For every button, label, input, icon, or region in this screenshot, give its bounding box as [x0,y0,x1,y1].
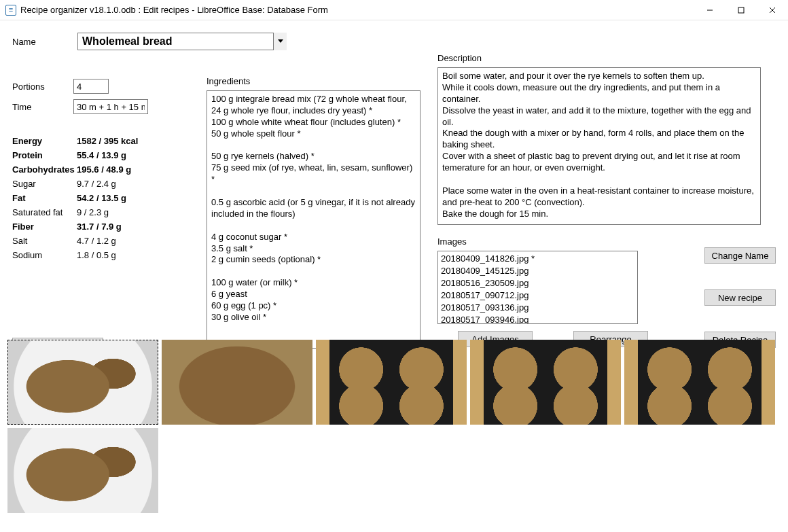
description-textarea[interactable] [437,67,761,225]
nutrition-label: Salt [12,234,77,247]
image-thumbnail[interactable] [624,340,775,425]
title-bar: ≡ Recipe organizer v18.1.0.odb : Edit re… [0,0,788,20]
nutrition-label: Saturated fat [12,206,77,219]
image-thumbnail[interactable] [7,428,158,513]
nutrition-row: Salt4.7 / 1.2 g [12,234,196,247]
nutrition-value: 31.7 / 7.9 g [77,220,122,233]
image-file-item[interactable]: 20180409_141826.jpg * [441,253,634,265]
nutrition-value: 9 / 2.3 g [77,206,109,219]
nutrition-row: Sodium1.8 / 0.5 g [12,249,196,262]
image-thumbnail[interactable] [7,340,158,425]
nutrition-value: 9.7 / 2.4 g [77,177,116,190]
nutrition-row: Fiber31.7 / 7.9 g [12,220,196,233]
nutrition-row: Protein55.4 / 13.9 g [12,149,196,162]
image-file-item[interactable]: 20180516_230509.jpg [441,277,634,289]
time-input[interactable] [73,99,148,114]
image-thumbnails [7,340,778,516]
minimize-button[interactable] [694,0,726,20]
recipe-name-select[interactable] [77,33,287,50]
nutrition-value: 1.8 / 0.5 g [77,249,116,262]
images-label: Images [437,236,776,247]
nutrition-label: Protein [12,149,77,162]
svg-rect-1 [738,7,744,13]
nutrition-row: Energy1582 / 395 kcal [12,135,196,147]
change-name-button[interactable]: Change Name [704,247,776,264]
nutrition-row: Fat54.2 / 13.5 g [12,192,196,205]
nutrition-row: Sugar9.7 / 2.4 g [12,177,196,190]
close-button[interactable] [757,0,788,20]
image-file-item[interactable]: 20180517_090712.jpg [441,289,634,302]
nutrition-row: Carbohydrates195.6 / 48.9 g [12,163,196,176]
nutrition-value: 4.7 / 1.2 g [77,234,116,247]
image-thumbnail[interactable] [470,340,621,425]
nutrition-label: Energy [12,135,77,147]
image-thumbnail[interactable] [162,340,312,425]
name-label: Name [12,37,73,47]
image-file-item[interactable]: 20180517_093946.jpg [441,314,634,324]
nutrition-label: Sugar [12,177,77,190]
nutrition-row: Saturated fat9 / 2.3 g [12,206,196,219]
nutrition-value: 1582 / 395 kcal [77,135,138,147]
app-icon: ≡ [5,5,16,16]
nutrition-table: Energy1582 / 395 kcalProtein55.4 / 13.9 … [12,135,196,262]
image-file-item[interactable]: 20180409_145125.jpg [441,265,634,277]
maximize-button[interactable] [726,0,757,20]
images-listbox[interactable]: 20180409_141826.jpg *20180409_145125.jpg… [437,251,638,324]
nutrition-label: Carbohydrates [12,163,77,176]
nutrition-label: Fiber [12,220,77,233]
new-recipe-button[interactable]: New recipe [704,289,776,306]
nutrition-label: Sodium [12,249,77,262]
ingredients-label: Ingredients [207,76,424,86]
portions-input[interactable] [73,79,109,94]
nutrition-label: Fat [12,192,77,205]
image-file-item[interactable]: 20180517_093136.jpg [441,302,634,314]
nutrition-value: 55.4 / 13.9 g [77,149,126,162]
description-label: Description [437,53,776,63]
window-title: Recipe organizer v18.1.0.odb : Edit reci… [20,5,328,15]
portions-label: Portions [12,82,73,92]
nutrition-value: 54.2 / 13.5 g [77,192,126,205]
image-thumbnail[interactable] [316,340,467,425]
time-label: Time [12,102,73,112]
ingredients-textarea[interactable] [207,90,420,349]
nutrition-value: 195.6 / 48.9 g [77,163,131,176]
